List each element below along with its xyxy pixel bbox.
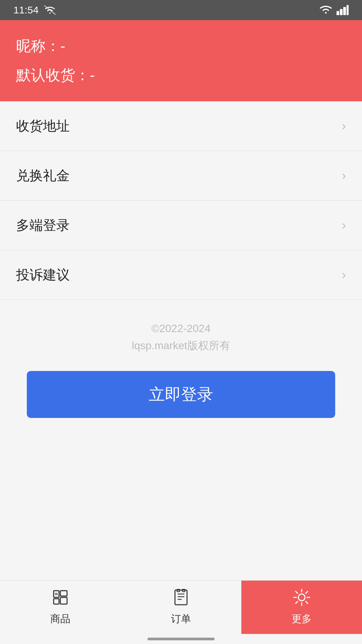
svg-rect-2 xyxy=(340,9,343,15)
login-button-wrapper: 立即登录 xyxy=(0,371,362,438)
status-time: 11:54 xyxy=(13,4,39,16)
svg-line-23 xyxy=(306,601,308,603)
nav-label-products: 商品 xyxy=(50,612,70,626)
home-indicator-bar xyxy=(147,638,215,640)
wifi-icon xyxy=(44,5,56,15)
menu-item-shipping-address[interactable]: 收货地址 › xyxy=(0,101,362,151)
menu-item-complaints[interactable]: 投诉建议 › xyxy=(0,250,362,300)
nav-item-more[interactable]: 更多 xyxy=(241,581,362,634)
login-button[interactable]: 立即登录 xyxy=(27,371,335,418)
svg-line-24 xyxy=(306,591,308,593)
svg-line-22 xyxy=(296,591,298,593)
menu-item-redeem-gift[interactable]: 兑换礼金 › xyxy=(0,151,362,201)
content-spacer xyxy=(0,438,362,580)
header-nickname: 昵称：- xyxy=(16,36,346,56)
home-indicator xyxy=(0,634,362,644)
nav-label-orders: 订单 xyxy=(171,612,191,626)
more-icon xyxy=(293,589,310,609)
svg-rect-6 xyxy=(54,599,59,604)
nav-item-orders[interactable]: 订单 xyxy=(121,581,241,634)
bottom-nav: 商品 订单 xyxy=(0,580,362,634)
chevron-right-icon: › xyxy=(342,169,346,183)
chevron-right-icon: › xyxy=(342,119,346,133)
menu-item-multi-login[interactable]: 多端登录 › xyxy=(0,201,362,250)
copyright: ©2022-2024 lqsp.market版权所有 xyxy=(0,300,362,371)
svg-rect-1 xyxy=(337,11,339,15)
nav-item-products[interactable]: 商品 xyxy=(0,581,121,634)
orders-icon xyxy=(172,589,190,609)
chevron-right-icon: › xyxy=(342,268,346,282)
wifi-filled-icon xyxy=(319,5,333,15)
status-bar: 11:54 xyxy=(0,0,362,20)
header-address: 默认收货：- xyxy=(16,65,346,85)
svg-line-25 xyxy=(296,601,298,603)
menu-list: 收货地址 › 兑换礼金 › 多端登录 › 投诉建议 › xyxy=(0,101,362,300)
signal-icon xyxy=(337,5,349,15)
nav-label-more: 更多 xyxy=(292,612,312,626)
svg-rect-11 xyxy=(175,590,187,605)
svg-rect-5 xyxy=(54,591,59,597)
svg-rect-7 xyxy=(60,591,67,596)
header: 昵称：- 默认收货：- xyxy=(0,20,362,101)
svg-rect-4 xyxy=(347,5,349,15)
chevron-right-icon: › xyxy=(342,218,346,232)
svg-rect-8 xyxy=(60,597,67,604)
svg-point-17 xyxy=(298,594,305,601)
svg-rect-3 xyxy=(343,7,346,15)
products-icon xyxy=(52,589,69,609)
